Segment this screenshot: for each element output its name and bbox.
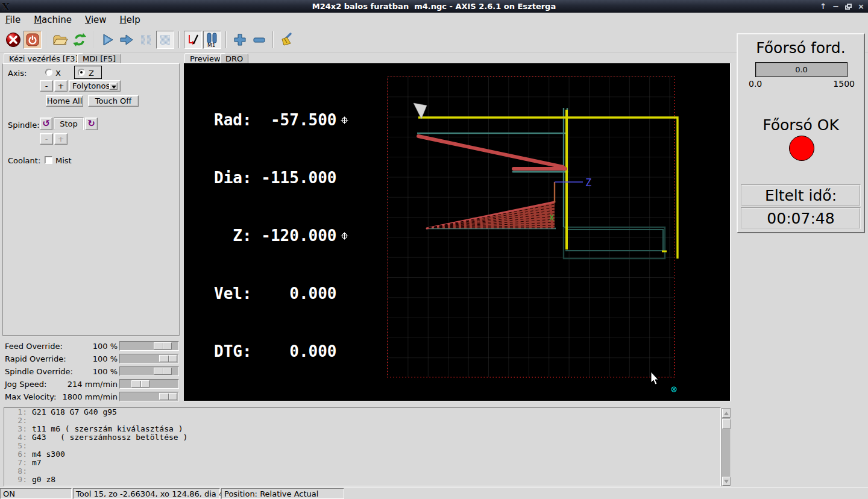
mist-checkbox[interactable] [45, 156, 52, 164]
folder-open-icon [52, 33, 69, 47]
menu-view[interactable]: View [85, 14, 107, 25]
optional-stop-button[interactable]: M1 [203, 31, 221, 49]
axis-z-label[interactable]: Z [89, 69, 94, 78]
spindle-cw-button[interactable]: ↻ [85, 118, 98, 130]
run-button[interactable] [98, 31, 116, 49]
machine-state: ON [0, 488, 72, 499]
rapid-override-slider[interactable] [119, 354, 179, 363]
gcode-line-number: 8: [4, 467, 27, 475]
feed-override-value: 100 % [48, 342, 118, 351]
gcode-line[interactable]: 5: [4, 442, 720, 450]
statusbar: ON Tool 15, zo -2.66304, xo 124.86, dia … [0, 487, 868, 499]
window-controls: ↑ − × [820, 0, 864, 13]
feed-override-slider[interactable] [119, 341, 179, 351]
spindle-faster-button[interactable]: + [54, 133, 68, 145]
zoom-out-button[interactable] [250, 31, 268, 49]
touch-off-button[interactable]: Touch Off [88, 95, 139, 107]
dro-z: Z: -120.000 [214, 226, 337, 245]
zoom-out-icon [252, 33, 266, 47]
spindle-override-value: 100 % [48, 367, 118, 376]
gcode-line[interactable]: 9:g0 z8 [4, 475, 720, 484]
broom-icon [278, 32, 295, 48]
slider-handle[interactable] [131, 380, 149, 388]
pause-button[interactable] [137, 31, 155, 49]
gcode-line[interactable]: 7:m7 [4, 459, 720, 467]
spindle-stop-button[interactable]: Stop [54, 118, 84, 130]
tab-dro-label: DRO [225, 54, 243, 63]
gcode-line[interactable]: 2: [4, 416, 720, 425]
max-velocity-slider[interactable] [119, 392, 179, 401]
slider-handle[interactable] [154, 368, 172, 375]
titlebar[interactable]: X M24x2 balos furatban m4.ngc - AXIS 2.6… [0, 0, 868, 13]
gcode-line-number: 9: [4, 475, 27, 484]
preview-canvas[interactable]: Z X Rad: -57.500 Dia: -115.000 Z: -120.0… [184, 63, 731, 401]
spindle-ccw-icon: ↺ [42, 119, 50, 128]
menu-help[interactable]: Help [120, 14, 140, 25]
minimize-icon[interactable]: − [832, 0, 839, 13]
x-axis-label: X [549, 213, 555, 222]
step-button[interactable] [118, 31, 136, 49]
jog-minus-button[interactable]: - [40, 80, 53, 92]
menu-machine[interactable]: Machine [34, 14, 72, 25]
dro-dtg: DTG: 0.000 [214, 342, 337, 361]
gcode-listing[interactable]: 1:G21 G18 G7 G40 g95 2: 3:t11 m6 ( szers… [4, 407, 721, 486]
machine-power-button[interactable] [24, 31, 42, 49]
spindle-ccw-button[interactable]: ↺ [40, 118, 52, 130]
scroll-down-icon[interactable] [722, 477, 731, 486]
gcode-scrollbar[interactable] [722, 408, 731, 486]
estop-button[interactable] [4, 31, 22, 49]
axis-x-radio[interactable] [45, 69, 52, 76]
skip-lines-button[interactable] [184, 31, 202, 49]
home-all-button[interactable]: Home All [46, 95, 83, 107]
zoom-in-button[interactable] [231, 31, 249, 49]
spindle-speed-gauge: 0.0 [755, 62, 848, 77]
spindle-slower-button[interactable]: - [40, 133, 53, 145]
slider-handle[interactable] [159, 355, 177, 362]
gcode-line[interactable]: 8: [4, 467, 720, 475]
shade-icon[interactable]: ↑ [820, 0, 826, 13]
toolbar-separator [272, 31, 274, 48]
spindle-cw-icon: ↻ [87, 119, 95, 128]
axis-x-label[interactable]: X [55, 69, 61, 78]
axis-window: { "window": { "icon": "X", "title": "M24… [0, 0, 868, 499]
gcode-line-number: 4: [4, 433, 27, 442]
slider-handle[interactable] [159, 393, 177, 400]
stop-button[interactable] [156, 31, 174, 49]
menu-file[interactable]: File [5, 14, 20, 25]
dro-readout: Rad: -57.500 Dia: -115.000 Z: -120.000 V… [214, 72, 348, 400]
tab-dro[interactable]: DRO [220, 54, 248, 64]
reload-button[interactable] [71, 31, 89, 49]
jog-mode-dropdown[interactable]: Folytonos [69, 80, 121, 92]
scrollbar-thumb[interactable] [722, 419, 731, 429]
mist-label[interactable]: Mist [55, 156, 72, 165]
gcode-line[interactable]: 6:m4 s300 [4, 450, 720, 459]
scroll-up-icon[interactable] [722, 409, 731, 418]
step-icon [119, 33, 134, 47]
max-velocity-value: 1800 mm/min [48, 392, 118, 401]
spindle-ok-title: Főorsó OK [738, 116, 864, 134]
gcode-line[interactable]: 3:t11 m6 ( szerszám kiválasztása ) [4, 425, 720, 433]
estop-icon [5, 32, 21, 48]
slider-handle[interactable] [154, 342, 172, 350]
gcode-line[interactable]: 4:G43 ( szerszámhossz betöltése ) [4, 433, 720, 442]
skip-lines-icon [186, 33, 200, 47]
tab-manual-control[interactable]: Kézi vezérlés [F3] [4, 53, 84, 64]
jog-plus-button[interactable]: + [54, 80, 68, 92]
zoom-in-icon [233, 33, 247, 47]
axis-z-radio[interactable] [78, 69, 85, 76]
jog-speed-slider[interactable] [119, 379, 179, 389]
reload-icon [72, 32, 87, 48]
close-icon[interactable]: × [858, 0, 864, 13]
open-file-button[interactable] [51, 31, 69, 49]
maximize-icon[interactable] [845, 4, 852, 10]
gcode-line-number: 5: [4, 442, 27, 450]
tab-mdi-label: MDI [F5] [83, 54, 116, 63]
position-mode: Position: Relative Actual [221, 488, 344, 499]
gcode-line-number: 1: [4, 408, 27, 416]
clear-plot-button[interactable] [278, 31, 296, 49]
gcode-line[interactable]: 1:G21 G18 G7 G40 g95 [4, 408, 720, 416]
tab-mdi[interactable]: MDI [F5] [77, 54, 121, 64]
dro-rad: Rad: -57.500 [214, 110, 337, 130]
tool-info: Tool 15, zo -2.66304, xo 124.86, dia 4 [73, 488, 220, 499]
spindle-override-slider[interactable] [119, 366, 179, 376]
